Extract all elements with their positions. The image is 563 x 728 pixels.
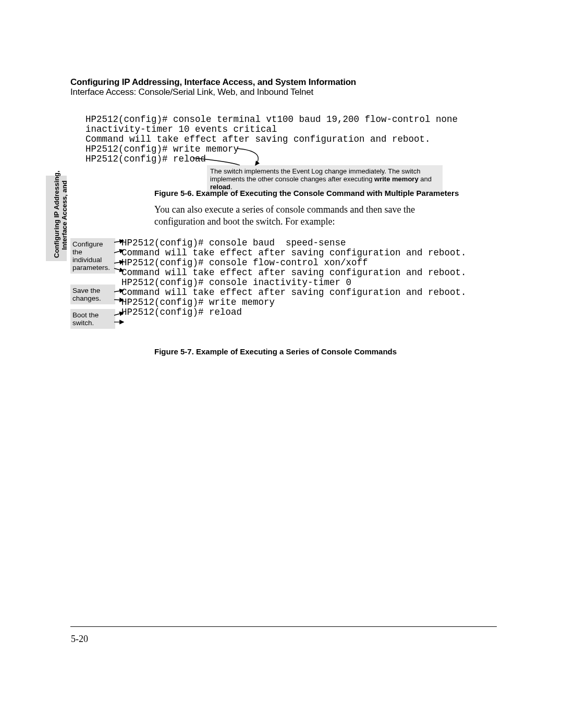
side-tab-line2: Interface Access, and xyxy=(60,172,68,258)
code-line: Command will take effect after saving co… xyxy=(121,267,467,278)
footer-rule xyxy=(70,626,497,627)
page-number: 5-20 xyxy=(71,634,88,645)
code-line: HP2512(config)# console flow-control xon… xyxy=(121,257,368,268)
note-text-2: and xyxy=(419,175,432,183)
console-block-2: HP2512(config)# console baud speed-sense… xyxy=(121,238,467,317)
code-line: Command will take effect after saving co… xyxy=(85,134,431,144)
annotation-configure: Configure the individual parameters. xyxy=(70,238,115,274)
body-paragraph: You can also execute a series of console… xyxy=(154,204,436,228)
code-line: inactivity-timer 10 events critical xyxy=(85,124,277,134)
console-block-1: HP2512(config)# console terminal vt100 b… xyxy=(85,115,458,164)
header-subtitle: Interface Access: Console/Serial Link, W… xyxy=(70,87,313,97)
note-bold-1: write memory xyxy=(374,175,419,183)
annotation-save: Save the changes. xyxy=(70,285,115,304)
header-title: Configuring IP Addressing, Interface Acc… xyxy=(70,77,356,88)
side-tab-line1: Configuring IP Addressing, xyxy=(53,172,60,258)
side-tab-label: Configuring IP Addressing, Interface Acc… xyxy=(53,172,68,258)
code-line: HP2512(config)# write memory xyxy=(85,144,239,154)
code-line: Command will take effect after saving co… xyxy=(121,248,467,258)
code-line: HP2512(config)# reload xyxy=(121,307,242,317)
code-line: HP2512(config)# console inactivity-timer… xyxy=(121,277,351,288)
code-line: HP2512(config)# write memory xyxy=(121,297,275,307)
page: Configuring IP Addressing, Interface Acc… xyxy=(0,0,563,728)
figure-5-6-caption: Figure 5-6. Example of Executing the Con… xyxy=(154,189,459,198)
code-line: HP2512(config)# reload xyxy=(85,154,206,164)
side-tab: Configuring IP Addressing, Interface Acc… xyxy=(46,176,67,261)
annotation-boot: Boot the switch. xyxy=(70,309,115,329)
code-line: HP2512(config)# console terminal vt100 b… xyxy=(85,114,458,125)
code-line: Command will take effect after saving co… xyxy=(121,287,467,298)
figure-5-7-caption: Figure 5-7. Example of Executing a Serie… xyxy=(154,347,397,356)
code-line: HP2512(config)# console baud speed-sense xyxy=(121,238,346,248)
